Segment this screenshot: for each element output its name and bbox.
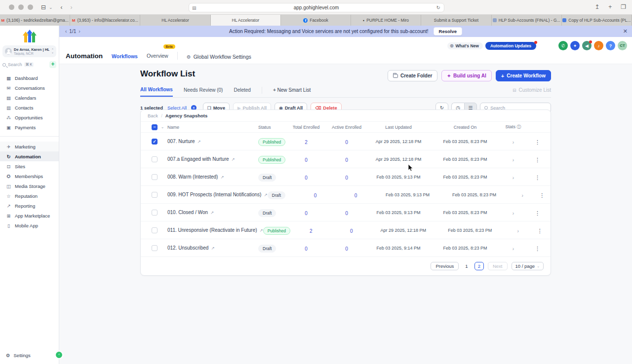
close-window-icon[interactable] <box>9 4 14 10</box>
workflow-name[interactable]: 010. Closed / Won <box>167 210 208 215</box>
previous-page-button[interactable]: Previous <box>431 262 459 270</box>
sidebar-item-marketing[interactable]: ✈Marketing <box>0 142 59 151</box>
active-enrolled-link[interactable]: 0 <box>350 228 353 234</box>
browser-tab[interactable]: Copy of HLP Sub-Accounts (PL... <box>562 15 632 26</box>
page-format-icon[interactable]: ▤ <box>192 5 197 10</box>
breadcrumb-back[interactable]: Back <box>148 113 158 118</box>
new-smart-list-button[interactable]: + New Smart List <box>273 87 311 96</box>
external-link-icon[interactable]: ↗ <box>264 192 267 197</box>
total-enrolled-link[interactable]: 0 <box>314 193 317 198</box>
column-last-updated[interactable]: Last Updated <box>369 125 428 130</box>
total-enrolled-link[interactable]: 2 <box>305 140 308 145</box>
browser-tab-active[interactable]: HL Accelerator <box>211 15 281 26</box>
zoom-window-icon[interactable] <box>28 4 33 10</box>
browser-tab[interactable]: Submit a Support Ticket <box>421 15 491 26</box>
row-menu-icon[interactable]: ⋮ <box>537 228 543 234</box>
active-enrolled-link[interactable]: 0 <box>345 140 348 145</box>
stats-expand-icon[interactable]: › <box>513 175 514 181</box>
table-row[interactable]: 008. Warm (Interested)↗ Draft 0 0 Feb 03… <box>141 168 551 186</box>
announcements-button[interactable]: ◀ <box>582 41 592 50</box>
active-enrolled-link[interactable]: 0 <box>355 193 357 198</box>
sidebar-item-memberships[interactable]: ✪Memberships <box>0 171 59 181</box>
minimize-window-icon[interactable] <box>18 4 24 10</box>
share-icon[interactable]: ↥ <box>594 3 599 10</box>
chevron-down-icon[interactable]: ⌄ <box>49 5 53 10</box>
row-checkbox[interactable] <box>152 192 158 198</box>
row-checkbox[interactable] <box>152 227 158 233</box>
forward-icon[interactable]: › <box>71 4 73 11</box>
row-menu-icon[interactable]: ⋮ <box>535 246 540 252</box>
workflow-name[interactable]: 012. Unsubscribed <box>167 245 208 251</box>
table-row[interactable]: ✓ 007. Nurture↗ Published 2 0 Apr 29 202… <box>141 133 551 150</box>
workflow-name[interactable]: 008. Warm (Interested) <box>167 174 218 180</box>
workflow-name[interactable]: 007.a Engaged with Nurture <box>167 156 229 162</box>
active-enrolled-link[interactable]: 0 <box>345 211 348 216</box>
quick-add-button[interactable]: + <box>49 61 56 68</box>
sidebar-item-dashboard[interactable]: ▦Dashboard <box>0 73 59 83</box>
shortcuts-button[interactable]: ✦ <box>570 41 580 50</box>
sidebar-item-payments[interactable]: ▣Payments <box>0 122 59 132</box>
table-row[interactable]: 012. Unsubscribed↗ Draft 0 0 Feb 03 2025… <box>141 239 551 257</box>
external-link-icon[interactable]: ↗ <box>260 228 263 233</box>
row-menu-icon[interactable]: ⋮ <box>535 139 540 145</box>
sidebar-item-conversations[interactable]: ✉Conversations <box>0 83 59 93</box>
row-menu-icon[interactable]: ⋮ <box>535 210 540 216</box>
stats-expand-icon[interactable]: › <box>521 193 523 198</box>
table-row[interactable]: 011. Unresponsive (Reactivate in Future)… <box>141 221 551 239</box>
column-stats[interactable]: Stats ⓘ <box>502 124 524 130</box>
column-total-enrolled[interactable]: Total Enrolled <box>288 125 324 130</box>
sidebar-item-calendars[interactable]: ▤Calendars <box>0 93 59 103</box>
tab-overview-icon[interactable]: ❐ <box>621 3 626 10</box>
active-enrolled-link[interactable]: 0 <box>345 175 348 181</box>
tab-overview[interactable]: Overview <box>147 53 168 59</box>
workflow-name[interactable]: 011. Unresponsive (Reactivate in Future) <box>167 227 257 233</box>
sidebar-item-sites[interactable]: ⊡Sites <box>0 161 59 171</box>
url-text[interactable]: app.gohighlevel.com <box>197 5 436 10</box>
create-folder-button[interactable]: Create Folder <box>388 70 437 81</box>
row-menu-icon[interactable]: ⋮ <box>539 192 545 198</box>
back-icon[interactable]: ‹ <box>61 4 63 11</box>
sidebar-item-mobile-app[interactable]: ▯Mobile App <box>0 220 59 230</box>
window-controls[interactable] <box>9 4 33 10</box>
total-enrolled-link[interactable]: 0 <box>305 246 308 252</box>
row-checkbox[interactable] <box>152 245 158 251</box>
page-size-select[interactable]: 10 / page⌄ <box>512 262 544 270</box>
page-1-button[interactable]: 1 <box>463 262 470 270</box>
tab-deleted[interactable]: Deleted <box>234 87 250 96</box>
row-checkbox[interactable] <box>152 210 158 216</box>
browser-tab[interactable]: ▪PURPLE HOME - Miro <box>351 15 421 26</box>
sidebar-search[interactable]: Search ⌘ K <box>2 62 47 67</box>
create-workflow-button[interactable]: +Create Workflow <box>496 70 551 81</box>
table-row[interactable]: 009. HOT Prospects (Internal Notificatio… <box>141 186 551 204</box>
stats-expand-icon[interactable]: › <box>513 157 514 163</box>
stats-expand-icon[interactable]: › <box>513 211 514 216</box>
row-checkbox[interactable] <box>152 174 158 180</box>
address-bar[interactable]: ▤ app.gohighlevel.com ↻ <box>189 3 444 12</box>
sidebar-item-opportunities[interactable]: ⁂Opportunities <box>0 112 59 122</box>
sidebar-item-settings[interactable]: ⚙ Settings <box>0 351 59 360</box>
total-enrolled-link[interactable]: 0 <box>305 175 308 181</box>
phone-button[interactable]: ✆ <box>558 41 568 50</box>
account-switcher[interactable]: De Arroz, Karen | HL... Taguig, NCR ⌃ ⌄ <box>2 45 56 57</box>
build-using-ai-button[interactable]: ✦Build using AI <box>441 70 491 81</box>
column-name[interactable]: Name <box>167 125 258 130</box>
chevron-updown-icon[interactable]: ⌃ ⌄ <box>51 49 54 54</box>
sidebar-item-automation[interactable]: ↻Automation <box>0 151 59 161</box>
sidebar-toggle-icon[interactable]: ⊟ <box>41 4 46 11</box>
notifications-button[interactable]: ♪ <box>594 41 603 50</box>
row-menu-icon[interactable]: ⋮ <box>535 175 540 181</box>
tab-needs-review[interactable]: Needs Review (0) <box>184 87 223 96</box>
table-row[interactable]: 007.a Engaged with Nurture↗ Published 0 … <box>141 150 551 168</box>
total-enrolled-link[interactable]: 0 <box>305 157 308 163</box>
active-enrolled-link[interactable]: 0 <box>345 157 348 163</box>
sidebar-item-reputation[interactable]: ☆Reputation <box>0 191 59 201</box>
external-link-icon[interactable]: ↗ <box>220 175 224 180</box>
sidebar-item-contacts[interactable]: ▥Contacts <box>0 103 59 112</box>
automation-updates-button[interactable]: Automation Updates <box>485 42 536 50</box>
external-link-icon[interactable]: ↗ <box>211 246 214 251</box>
column-created-on[interactable]: Created On <box>428 125 502 130</box>
sidebar-collapse-button[interactable]: ‹ <box>56 352 62 358</box>
page-2-button[interactable]: 2 <box>474 262 484 270</box>
refresh-icon[interactable]: ↻ <box>436 5 440 10</box>
workflow-name[interactable]: 009. HOT Prospects (Internal Notificatio… <box>167 192 261 197</box>
